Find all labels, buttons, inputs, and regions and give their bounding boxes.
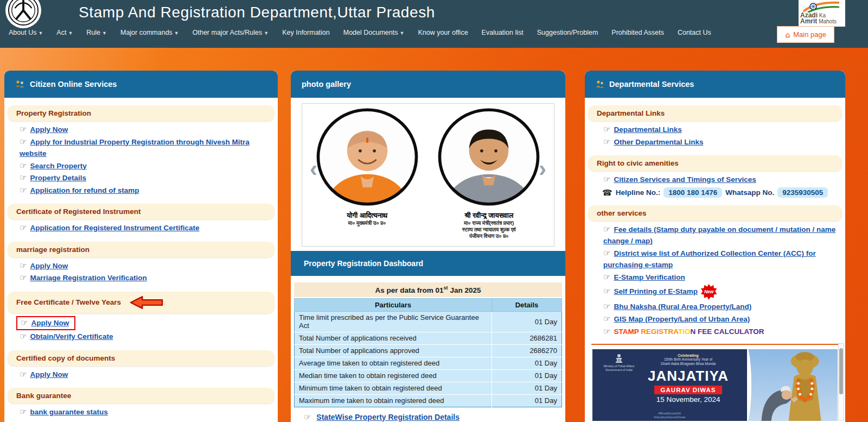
nav-item-major-commands[interactable]: Major commands▼: [120, 29, 179, 36]
section-header-certified-copy-of-documents: Certified copy of documents: [8, 350, 275, 366]
link-label[interactable]: bank guarantee status: [30, 408, 107, 416]
service-link-obtain-verify-certificate[interactable]: ☞Obtain/Verify Certificate: [20, 331, 278, 343]
link-label[interactable]: GIS Map (Property/Land of Urban Area): [614, 315, 750, 323]
service-link-marriage-registration-verification[interactable]: ☞Marriage Registration Verification: [20, 272, 278, 284]
banner-anniversary: Dharti Aaba Bhagwan Birsa Munda: [633, 362, 744, 366]
azadi-logo-art: [800, 1, 844, 12]
nav-item-key-information[interactable]: Key Information: [282, 29, 330, 36]
link-label[interactable]: Obtain/Verify Certificate: [30, 332, 113, 341]
link-label[interactable]: Apply Now: [31, 319, 69, 327]
service-link-self-printing-of-e-stamp[interactable]: ☞Self Printing of E-StampNew: [603, 284, 845, 300]
service-link-fee-details-stamp-duty-payable-on-document-mutation-name-change-map[interactable]: ☞Fee details (Stamp duty payable on docu…: [603, 224, 845, 247]
section-header-other-services: other services: [588, 205, 842, 221]
pointer-hand-icon: ☞: [20, 137, 27, 147]
main-page-label: Main page: [793, 30, 826, 39]
portrait-photo: [436, 106, 542, 208]
link-label[interactable]: Apply Now: [30, 370, 68, 379]
home-icon: ⌂: [785, 30, 790, 39]
service-link-bank-guarantee-status[interactable]: ☞bank guarantee status: [20, 406, 278, 418]
new-badge: New: [701, 284, 717, 300]
scrollbar-thumb[interactable]: [839, 348, 843, 394]
section-header-label: Property Registration: [16, 109, 91, 117]
service-link-apply-now[interactable]: ☞Apply Now: [20, 369, 278, 381]
link-label[interactable]: Apply for Industrial Property Registrati…: [20, 138, 250, 158]
service-link-apply-now[interactable]: ☞Apply Now: [20, 316, 278, 331]
service-link-apply-now[interactable]: ☞Apply Now: [20, 124, 278, 136]
table-row: Median time taken to obtain registered d…: [295, 369, 562, 382]
link-label[interactable]: Application for refund of stamp: [30, 186, 139, 194]
nav-item-label: Act: [56, 29, 66, 36]
chevron-down-icon: ▼: [68, 30, 73, 36]
link-label[interactable]: Other Departmental Links: [614, 138, 703, 146]
particulars-cell: Minimum time taken to obtain registered …: [295, 382, 492, 394]
janjatiya-gaurav-diwas-banner[interactable]: Ministry of Tribal Affairs Government of…: [592, 349, 838, 421]
citizen-online-services-panel: Citizen Online Services Property Registr…: [4, 71, 278, 422]
link-label[interactable]: Citizen Services and Timings of Services: [614, 175, 756, 184]
column-header-details: Details: [492, 298, 562, 311]
details-cell: 01 Day: [492, 382, 562, 394]
service-link-other-departmental-links[interactable]: ☞Other Departmental Links: [603, 136, 845, 148]
dashboard-title: Property Registration Dashboard: [304, 259, 423, 268]
dashboard-header: Property Registration Dashboard: [291, 251, 565, 276]
service-link-search-property[interactable]: ☞Search Property: [20, 160, 278, 172]
service-link-district-wise-list-of-authorized-collection-center-acc-for-purchasing-e-stamp[interactable]: ☞District wise list of Authorized Collec…: [603, 248, 845, 270]
nav-item-know-your-office[interactable]: Know your office: [418, 29, 468, 36]
particulars-cell: Total Number of applications approved: [295, 344, 492, 357]
link-label[interactable]: Marriage Registration Verification: [30, 274, 146, 282]
nav-item-prohibited-assets[interactable]: Prohibited Assets: [611, 29, 664, 36]
link-label[interactable]: Apply Now: [30, 262, 68, 270]
carousel-prev-button[interactable]: ‹: [310, 158, 317, 180]
calculator-link-label[interactable]: STAMP REGISTRATION FEE CALCULATOR: [614, 327, 764, 336]
nav-item-evaluation-list[interactable]: Evaluation list: [482, 29, 524, 36]
nav-item-act[interactable]: Act▼: [56, 29, 73, 36]
nav-item-contact-us[interactable]: Contact Us: [678, 29, 711, 36]
service-link-application-for-registered-instrument-certificate[interactable]: ☞Application for Registered Instrument C…: [20, 222, 278, 234]
pointer-hand-icon: ☞: [20, 161, 27, 171]
nav-item-label: Know your office: [418, 29, 468, 36]
top-header: Stamp And Registration Department,Uttar …: [0, 0, 868, 48]
service-link-citizen-services-and-timings-of-services[interactable]: ☞Citizen Services and Timings of Service…: [603, 174, 845, 185]
nav-item-about-us[interactable]: About Us▼: [9, 29, 43, 36]
nav-item-other-major-acts-rules[interactable]: Other major Acts/Rules▼: [193, 29, 269, 36]
link-label[interactable]: Departmental Links: [614, 125, 681, 134]
section-header-free-certificate-twelve-years: Free Certificate / Twelve Years: [8, 292, 275, 313]
service-link-apply-for-industrial-property-registration-through-nivesh-mitra-website[interactable]: ☞Apply for Industrial Property Registrat…: [20, 136, 278, 160]
link-label[interactable]: Application for Registered Instrument Ce…: [30, 224, 199, 232]
link-label[interactable]: Self Printing of E-Stamp: [614, 287, 698, 295]
service-link-bhu-naksha-rural-area-property-land[interactable]: ☞Bhu Naksha (Rural Area Property/Land): [603, 301, 845, 312]
link-label[interactable]: E-Stamp Verification: [614, 273, 685, 281]
service-link-departmental-links[interactable]: ☞Departmental Links: [603, 124, 845, 135]
table-row: Minimum time taken to obtain registered …: [295, 382, 562, 394]
link-label[interactable]: District wise list of Authorized Collect…: [603, 249, 816, 269]
service-link-gis-map-property-land-of-urban-area[interactable]: ☞GIS Map (Property/Land of Urban Area): [603, 313, 845, 325]
whatsapp-number-badge[interactable]: 9235930505: [777, 187, 828, 198]
service-link-application-for-refund-of-stamp[interactable]: ☞Application for refund of stamp: [20, 185, 278, 197]
column-header-particulars: Particulars: [295, 298, 492, 311]
link-label[interactable]: Apply Now: [30, 125, 68, 134]
nav-item-label: Model Documents: [343, 29, 398, 36]
statewise-link-label[interactable]: StateWise Property Registration Details: [316, 413, 459, 421]
banner-scrollbar[interactable]: [838, 343, 844, 420]
nav-item-suggestion-problem[interactable]: Suggestion/Problem: [537, 29, 598, 36]
service-link-e-stamp-verification[interactable]: ☞E-Stamp Verification: [603, 272, 845, 283]
service-link-apply-now[interactable]: ☞Apply Now: [20, 260, 278, 272]
statewise-details-link[interactable]: ☞ StateWise Property Registration Detail…: [304, 412, 565, 422]
up-government-emblem-logo: [5, 0, 41, 28]
section-header-label: Certified copy of documents: [16, 354, 115, 362]
pointer-hand-icon: ☞: [20, 223, 27, 232]
link-label[interactable]: Fee details (Stamp duty payable on docum…: [603, 225, 835, 245]
carousel-next-button[interactable]: ›: [539, 158, 546, 180]
pointer-hand-icon: ☞: [603, 326, 610, 336]
service-link-stamp-registration-fee-calculator[interactable]: ☞STAMP REGISTRATION FEE CALCULATOR: [603, 326, 845, 337]
details-cell: 01 Day: [492, 357, 562, 369]
link-label[interactable]: Bhu Naksha (Rural Area Property/Land): [614, 303, 751, 311]
portrait-ravindra-jaiswal: श्री रवीन्द्र जायसवाल मा० राज्य मंत्री(स…: [432, 106, 546, 240]
nav-item-rule[interactable]: Rule▼: [86, 29, 107, 36]
link-label[interactable]: Search Property: [30, 162, 86, 170]
main-page-button[interactable]: ⌂ Main page: [777, 26, 834, 43]
section-header-label: marriage registration: [16, 245, 90, 254]
service-link-property-details[interactable]: ☞Property Details: [20, 172, 278, 184]
helpline-number-badge[interactable]: 1800 180 1476: [663, 187, 722, 198]
link-label[interactable]: Property Details: [30, 174, 86, 182]
nav-item-model-documents[interactable]: Model Documents▼: [343, 29, 405, 36]
